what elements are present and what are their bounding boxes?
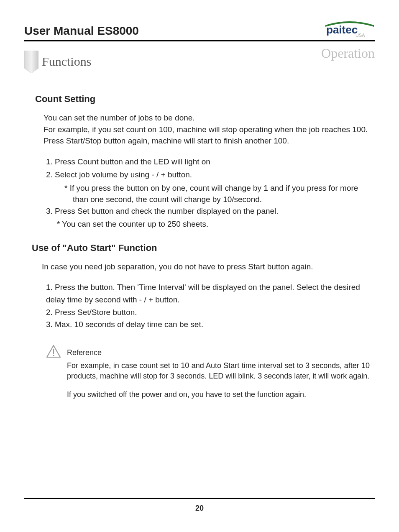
svg-text:paitec: paitec — [326, 23, 358, 36]
reference-header: Reference — [46, 345, 375, 358]
reference-text: For example, in case count set to 10 and… — [67, 361, 370, 382]
step-note: * You can set the counter up to 250 shee… — [57, 218, 375, 230]
list-item: 1. Press the button. Then 'Time Interval… — [46, 281, 375, 293]
list-item-continuation: delay time by second with - / + button. — [36, 294, 375, 306]
list-item: 3. Max. 10 seconds of delay time can be … — [46, 319, 375, 330]
section-heading-row: Functions — [24, 49, 375, 74]
count-setting-steps: 3. Press Set button and check the number… — [46, 205, 375, 217]
reference-text: If you switched off the power and on, yo… — [67, 389, 375, 400]
warning-triangle-icon — [46, 345, 61, 358]
list-item: 1. Press Count button and the LED will l… — [46, 156, 375, 168]
page-number: 20 — [24, 504, 375, 513]
auto-start-heading: Use of "Auto Start" Function — [32, 243, 375, 253]
count-setting-heading: Count Setting — [35, 94, 375, 105]
list-item: 2. Select job volume by using - / + butt… — [46, 169, 375, 181]
functions-title: Functions — [42, 54, 91, 69]
list-item: 3. Press Set button and check the number… — [46, 205, 375, 217]
step-note: * If you press the button on by one, cou… — [64, 182, 375, 205]
brand-logo: paitec USA — [325, 21, 375, 38]
count-setting-intro: You can set the number of jobs to be don… — [43, 112, 373, 147]
count-setting-steps: 1. Press Count button and the LED will l… — [46, 156, 375, 181]
svg-point-3 — [53, 355, 54, 356]
list-item: 2. Press Set/Store button. — [46, 307, 375, 318]
svg-text:USA: USA — [356, 33, 365, 38]
reference-label: Reference — [67, 348, 102, 357]
page-header: User Manual ES8000 paitec USA — [24, 21, 375, 41]
page-footer: 20 — [24, 498, 375, 513]
auto-start-steps: 1. Press the button. Then 'Time Interval… — [46, 281, 375, 330]
manual-title: User Manual ES8000 — [24, 24, 139, 38]
ribbon-icon — [24, 51, 38, 73]
footer-rule — [24, 498, 375, 499]
page-body: Count Setting You can set the number of … — [24, 94, 375, 400]
auto-start-intro: In case you need job separation, you do … — [42, 261, 375, 273]
